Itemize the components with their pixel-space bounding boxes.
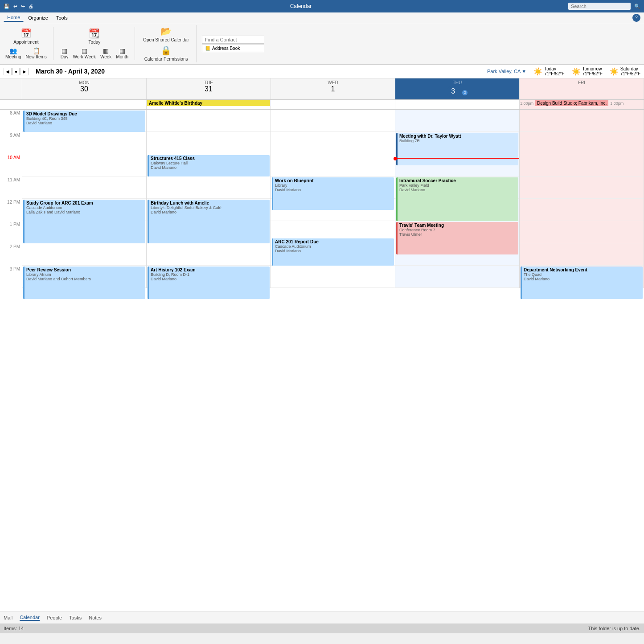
contact-box: 📒 Address Book [202,36,264,52]
monday-column[interactable]: 3D Model Drawings Due Building 4C, Room … [22,110,147,288]
thursday-column[interactable]: Meeting with Dr. Taylor Wyatt Building 7… [395,110,520,288]
new-items-button[interactable]: 📋 New Items [24,46,49,60]
ribbon-row-views: ▦ Day ▦ Work Week ▦ Week ▦ Month [59,46,130,60]
help-button[interactable]: ? [632,14,640,22]
nav-mail[interactable]: Mail [4,615,12,620]
blueprint-event[interactable]: Work on Blueprint Library David Mariano [272,177,394,210]
search-input[interactable] [568,3,631,10]
3d-model-drawings-event[interactable]: 3D Model Drawings Due Building 4C, Room … [23,111,145,132]
items-count: Items: 14 [4,626,24,631]
open-shared-calendar-button[interactable]: 📂 Open Shared Calendar [140,25,192,43]
ribbon: 📅 Appointment 👥 Meeting 📋 New Items 📆 To… [0,23,644,65]
calendar-nav: ◀ ● ▶ [4,68,29,75]
title-bar-right: 🔍 [568,3,640,10]
header-tuesday: TUE 31 [147,78,271,99]
nav-notes[interactable]: Notes [89,615,102,620]
study-group-event[interactable]: Study Group for ARC 201 Exam Cascade Aud… [23,200,145,243]
allday-label [0,100,22,109]
search-icon: 🔍 [634,4,640,9]
allday-thursday [395,100,520,109]
nav-calendar[interactable]: Calendar [20,615,40,621]
arc-report-event[interactable]: ARC 201 Report Due Cascade Auditorium Da… [272,238,394,266]
calendar-permissions-button[interactable]: 🔒 Calendar Permissions [142,44,191,62]
address-book-button[interactable]: 📒 Address Book [202,45,264,52]
weather-saturday-icon: ☀️ [610,67,619,76]
menu-home[interactable]: Home [4,14,24,22]
appointment-button[interactable]: 📅 Appointment [11,27,41,45]
networking-event[interactable]: Department Networking Event The Quad Dav… [521,267,643,299]
ribbon-group-sharing: 📂 Open Shared Calendar 🔒 Calendar Permis… [140,25,197,62]
current-time-line [395,158,519,159]
weather-tomorrow-icon: ☀️ [572,67,581,76]
header-wednesday: WED 1 [271,78,395,99]
ribbon-row-meeting: 👥 Meeting 📋 New Items [4,46,49,60]
calendar-permissions-icon: 🔒 [160,45,172,56]
today-button[interactable]: 📆 Today [86,27,103,45]
redo-icon[interactable]: ↪ [21,4,25,9]
weather-today: ☀️ Today 71°F/52°F [533,66,564,76]
next-button[interactable]: ▶ [21,68,29,75]
date-range: March 30 - April 3, 2020 [36,68,105,75]
menu-bar: Home Organize Tools ? [0,12,644,23]
calendar-header: MON 30 TUE 31 WED 1 THU 3 2 FRI [0,78,644,100]
print-icon[interactable]: 🖨 [29,4,33,9]
weather-location[interactable]: Park Valley, CA ▼ [487,69,526,74]
tuesday-column[interactable]: Structures 415 Class Oakway Lecture Hall… [147,110,271,288]
time-1pm: 1 PM [0,221,22,243]
undo-icon[interactable]: ↩ [13,4,17,9]
status-bar: Items: 14 This folder is up to date. [0,623,644,633]
calendar-body[interactable]: 8 AM 9 AM 10 AM 11 AM 12 PM 1 PM 2 PM 3 … [0,110,644,611]
calendar-container: MON 30 TUE 31 WED 1 THU 3 2 FRI [0,78,644,611]
prev-button[interactable]: ◀ [4,68,12,75]
friday-column[interactable]: Department Networking Event The Quad Dav… [520,110,644,288]
bottom-nav: Mail Calendar People Tasks Notes [0,611,644,623]
birthday-lunch-event[interactable]: Birthday Lunch with Amelie Liberty's Del… [148,200,270,243]
status-text: This folder is up to date. [588,626,640,631]
address-book-icon: 📒 [205,46,210,51]
art-history-event[interactable]: Art History 102 Exam Building D, Room D-… [148,267,270,299]
time-8am: 8 AM [0,110,22,132]
time-column: 8 AM 9 AM 10 AM 11 AM 12 PM 1 PM 2 PM 3 … [0,110,22,611]
title-bar-controls: 💾 ↩ ↪ 🖨 [4,4,33,9]
peer-review-event[interactable]: Peer Review Session Library Atrium David… [23,267,145,299]
find-contact-input[interactable] [202,36,264,44]
design-build-event[interactable]: Design Build Studio; Fabrikam, Inc. [535,100,608,106]
weather-right: Park Valley, CA ▼ ☀️ Today 71°F/52°F ☀️ … [487,66,640,76]
month-button[interactable]: ▦ Month [114,46,130,60]
birthday-event[interactable]: Amelie Whittle's Birthday [147,100,270,106]
time-9am: 9 AM [0,132,22,154]
work-week-icon: ▦ [82,47,87,54]
app-title: Calendar [290,3,312,9]
title-bar: 💾 ↩ ↪ 🖨 Calendar 🔍 [0,0,644,12]
allday-monday [22,100,147,109]
day-button[interactable]: ▦ Day [59,46,70,60]
wednesday-column[interactable]: Work on Blueprint Library David Mariano … [271,110,395,288]
meeting-button[interactable]: 👥 Meeting [4,46,23,60]
weather-bar: ◀ ● ▶ March 30 - April 3, 2020 Park Vall… [0,65,644,78]
week-button[interactable]: ▦ Week [98,46,113,60]
time-10am: 10 AM [0,154,22,176]
header-thursday: THU 3 2 [395,78,520,99]
today-nav-button[interactable]: ● [12,68,20,75]
time-11am: 11 AM [0,176,22,199]
allday-row: Amelie Whittle's Birthday 1:00pm Design … [0,100,644,110]
soccer-event[interactable]: Intramural Soccer Practice Park Valley F… [396,177,518,221]
nav-tasks[interactable]: Tasks [69,615,82,620]
ribbon-group-contact: 📒 Address Book [202,36,269,52]
menu-tools[interactable]: Tools [53,14,71,21]
menu-organize[interactable]: Organize [25,14,52,21]
allday-tuesday[interactable]: Amelie Whittle's Birthday [147,100,271,109]
structures-event[interactable]: Structures 415 Class Oakway Lecture Hall… [148,155,270,176]
location-arrow-icon: ▼ [521,69,526,74]
month-icon: ▦ [119,47,125,54]
allday-friday[interactable]: 1:00pm Design Build Studio; Fabrikam, In… [520,100,644,109]
time-3pm: 3 PM [0,266,22,288]
nav-people[interactable]: People [47,615,62,620]
appointment-icon: 📅 [21,28,32,39]
travis-meeting-event[interactable]: Travis' Team Meeting Conference Room 7 T… [396,222,518,254]
taylor-wyatt-event[interactable]: Meeting with Dr. Taylor Wyatt Building 7… [396,133,518,165]
day-icon: ▦ [62,47,67,54]
time-12pm: 12 PM [0,199,22,221]
allday-wednesday [271,100,395,109]
work-week-button[interactable]: ▦ Work Week [71,46,98,60]
